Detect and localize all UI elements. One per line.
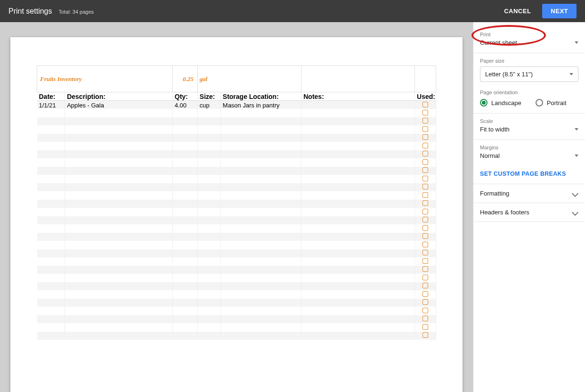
table-row (37, 109, 436, 117)
table-row (37, 183, 436, 192)
checkbox-icon (422, 102, 428, 107)
caret-icon (575, 41, 578, 44)
table-row (37, 299, 436, 307)
landscape-label: Landscape (491, 99, 521, 106)
print-value: Current sheet (480, 39, 517, 46)
table-row (37, 208, 436, 216)
sheet-title-qty: 0.25 (172, 66, 197, 92)
paper-value: Letter (8.5" x 11") (485, 71, 533, 78)
settings-panel: Print Current sheet Paper size Letter (8… (473, 22, 585, 392)
sheet-table: Fruits Inventory 0.25 gal Date: Descript… (37, 65, 436, 340)
checkbox-icon (422, 250, 428, 255)
checkbox-icon (422, 217, 428, 222)
cancel-button[interactable]: CANCEL (497, 4, 537, 18)
table-row (37, 323, 436, 332)
formatting-label: Formatting (480, 190, 509, 197)
checkbox-icon (422, 159, 428, 165)
print-dropdown[interactable]: Current sheet (480, 39, 578, 46)
headers-footers-label: Headers & footers (480, 209, 529, 216)
checkbox-icon (422, 209, 428, 214)
table-row (37, 332, 436, 340)
set-page-breaks-link[interactable]: SET CUSTOM PAGE BREAKS (473, 164, 585, 184)
preview-area: Fruits Inventory 0.25 gal Date: Descript… (0, 22, 473, 392)
print-section: Print Current sheet (473, 28, 585, 51)
table-row: 1/1/21Apples - Gala4.00cupMason Jars in … (37, 101, 436, 109)
orientation-landscape-radio[interactable]: Landscape (480, 99, 521, 106)
checkbox-icon (422, 283, 428, 288)
checkbox-icon (422, 299, 428, 305)
title: Print settings (8, 7, 52, 16)
col-date: Date: (37, 92, 65, 101)
portrait-label: Portrait (547, 99, 567, 106)
checkbox-icon (422, 176, 428, 181)
orientation-label: Page orientation (480, 90, 578, 95)
header-row: Date: Description: Qty: Size: Storage Lo… (37, 92, 436, 101)
table-row (37, 150, 436, 159)
table-row (37, 257, 436, 266)
chevron-down-icon (572, 209, 578, 215)
sheet-title-unit: gal (197, 66, 301, 92)
caret-icon (575, 155, 578, 157)
paper-label: Paper size (480, 58, 578, 64)
col-size: Size: (197, 92, 220, 101)
col-description: Description: (65, 92, 173, 101)
checkbox-icon (422, 118, 428, 123)
table-row (37, 274, 436, 282)
checkbox-icon (422, 126, 428, 132)
page-count: Total: 34 pages (58, 9, 94, 15)
next-button[interactable]: NEXT (542, 4, 577, 18)
checkbox-icon (422, 200, 428, 206)
checkbox-icon (422, 308, 428, 313)
caret-icon (575, 128, 578, 131)
scale-label: Scale (480, 118, 578, 124)
chevron-down-icon (572, 190, 578, 196)
table-row (37, 191, 436, 200)
formatting-expander[interactable]: Formatting (473, 184, 585, 203)
table-row (37, 315, 436, 324)
col-storage: Storage Location: (220, 92, 301, 101)
headers-footers-expander[interactable]: Headers & footers (473, 203, 585, 222)
checkbox-icon (422, 233, 428, 239)
checkbox-icon (422, 151, 428, 156)
paper-section: Paper size Letter (8.5" x 11") (473, 55, 585, 87)
checkbox-icon (422, 275, 428, 280)
checkbox-icon (422, 291, 428, 297)
caret-icon (569, 73, 573, 75)
checkbox-icon (422, 184, 428, 189)
table-row (37, 290, 436, 299)
table-row (37, 142, 436, 150)
sheet-title: Fruits Inventory (37, 66, 173, 92)
table-row (37, 167, 436, 175)
scale-value: Fit to width (480, 126, 510, 133)
top-bar: Print settings Total: 34 pages CANCEL NE… (0, 0, 585, 22)
table-row (37, 224, 436, 233)
scale-dropdown[interactable]: Fit to width (480, 126, 578, 133)
margins-section: Margins Normal (473, 142, 585, 164)
margins-label: Margins (480, 145, 578, 150)
checkbox-icon (422, 134, 428, 140)
page-preview: Fruits Inventory 0.25 gal Date: Descript… (10, 37, 463, 392)
orientation-portrait-radio[interactable]: Portrait (536, 99, 567, 106)
table-row (37, 249, 436, 258)
table-row (37, 266, 436, 274)
col-notes: Notes: (301, 92, 415, 101)
checkbox-icon (422, 316, 428, 321)
margins-value: Normal (480, 152, 500, 159)
paper-dropdown[interactable]: Letter (8.5" x 11") (480, 66, 578, 82)
table-row (37, 200, 436, 208)
table-row (37, 134, 436, 142)
print-label: Print (480, 32, 578, 37)
table-row (37, 117, 436, 126)
table-row (37, 241, 436, 249)
main: Fruits Inventory 0.25 gal Date: Descript… (0, 22, 585, 392)
title-row: Fruits Inventory 0.25 gal (37, 66, 436, 92)
table-row (37, 175, 436, 183)
margins-dropdown[interactable]: Normal (480, 152, 578, 159)
table-row (37, 282, 436, 291)
table-row (37, 125, 436, 134)
orientation-section: Page orientation Landscape Portrait (473, 87, 585, 111)
table-row (37, 233, 436, 241)
checkbox-icon (422, 266, 428, 272)
table-row (37, 158, 436, 167)
checkbox-icon (422, 167, 428, 173)
